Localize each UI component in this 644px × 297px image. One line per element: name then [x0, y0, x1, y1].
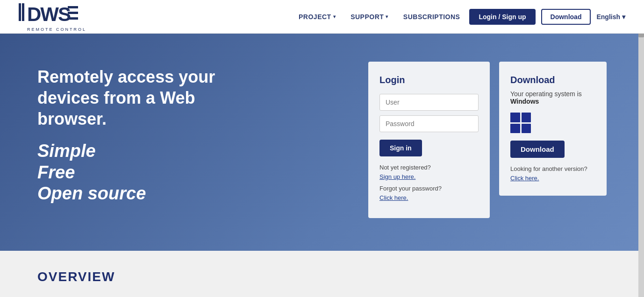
another-version-text: Looking for another version? [510, 165, 587, 172]
login-signup-button[interactable]: Login / Sign up [469, 9, 535, 25]
win-quad-2 [522, 113, 531, 122]
forgot-link[interactable]: Click here. [379, 194, 408, 201]
win-quad-4 [522, 124, 531, 134]
logo-svg: DWS [19, 1, 93, 26]
hero-heading: Remotely access your devices from a Web … [37, 66, 262, 129]
windows-icon [510, 113, 531, 133]
overview-title: OVERVIEW [37, 269, 607, 284]
tagline-free: Free [37, 162, 340, 184]
svg-rect-3 [68, 6, 78, 8]
hero-tagline: Simple Free Open source [37, 141, 340, 205]
language-selector[interactable]: English ▾ [596, 13, 625, 21]
signup-link[interactable]: Sign up here. [379, 173, 415, 180]
svg-rect-0 [19, 3, 21, 21]
tagline-open-source: Open source [37, 183, 340, 205]
login-card-title: Login [379, 75, 479, 85]
nav-support[interactable]: SUPPORT ▾ [351, 13, 388, 21]
nav-subscriptions[interactable]: SUBSCRIPTIONS [403, 13, 460, 21]
logo[interactable]: DWS REMOTE CONTROL [19, 1, 93, 32]
logo-subtitle: REMOTE CONTROL [27, 27, 93, 32]
not-registered-block: Not yet registered? Sign up here. [379, 163, 479, 181]
support-caret: ▾ [386, 14, 388, 19]
signin-button[interactable]: Sign in [379, 140, 422, 156]
svg-text:DWS: DWS [27, 3, 71, 25]
another-version-link[interactable]: Click here. [510, 175, 539, 182]
overview-section: OVERVIEW [0, 251, 644, 294]
nav-links: PROJECT ▾ SUPPORT ▾ SUBSCRIPTIONS [299, 13, 460, 21]
user-input[interactable] [379, 94, 479, 111]
os-text: Your operating system is Windows [510, 90, 595, 105]
download-card-button[interactable]: Download [510, 141, 565, 158]
lang-caret: ▾ [622, 13, 625, 21]
another-version-block: Looking for another version? Click here. [510, 164, 595, 183]
forgot-password-block: Forgot your password? Click here. [379, 184, 479, 202]
nav-project[interactable]: PROJECT ▾ [299, 13, 336, 21]
os-name: Windows [510, 98, 539, 105]
navbar: DWS REMOTE CONTROL PROJECT ▾ SUPPORT ▾ S… [0, 0, 644, 34]
scrollbar-track[interactable] [638, 0, 644, 294]
svg-rect-5 [68, 17, 78, 20]
svg-rect-4 [68, 12, 78, 14]
hero-section: Remotely access your devices from a Web … [0, 34, 644, 251]
project-caret: ▾ [333, 14, 336, 19]
login-card: Login Sign in Not yet registered? Sign u… [368, 62, 490, 218]
password-input[interactable] [379, 115, 479, 132]
hero-cards: Login Sign in Not yet registered? Sign u… [368, 62, 607, 218]
forgot-text: Forgot your password? [379, 185, 442, 192]
win-quad-3 [510, 124, 520, 134]
logo-text: DWS [19, 1, 93, 29]
download-card: Download Your operating system is Window… [499, 62, 607, 196]
hero-text: Remotely access your devices from a Web … [37, 62, 340, 205]
nav-actions: Login / Sign up Download English ▾ [469, 9, 625, 25]
svg-rect-1 [22, 3, 24, 21]
tagline-simple: Simple [37, 141, 340, 162]
download-card-title: Download [510, 75, 595, 85]
win-quad-1 [510, 113, 520, 122]
not-registered-text: Not yet registered? [379, 164, 431, 171]
nav-download-button[interactable]: Download [541, 9, 591, 25]
